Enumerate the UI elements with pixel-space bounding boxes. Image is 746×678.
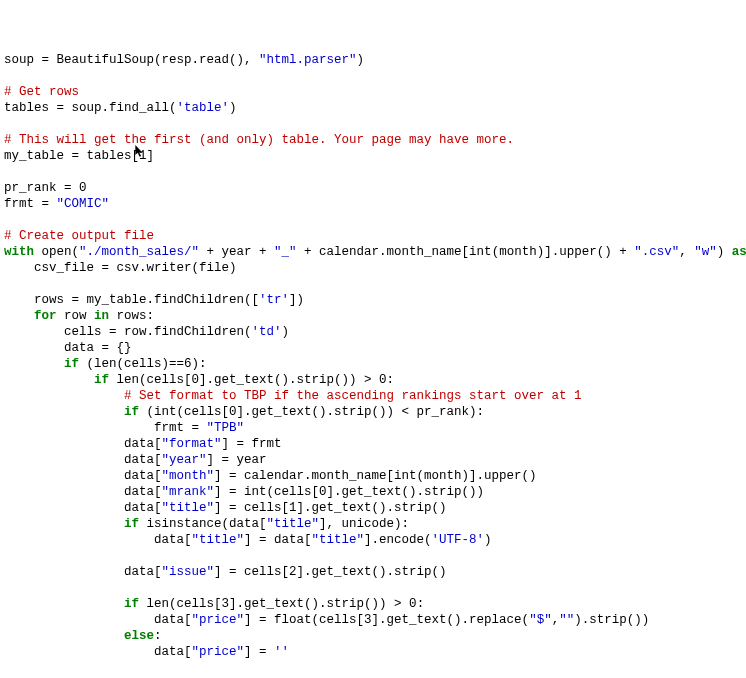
token	[4, 357, 64, 371]
token: 3	[364, 613, 372, 627]
token: "issue"	[162, 565, 215, 579]
code-line: data["year"] = year	[4, 452, 742, 468]
token: data[	[4, 453, 162, 467]
token: pr_rank =	[4, 181, 79, 195]
code-line: with open("./month_sales/" + year + "_" …	[4, 244, 742, 260]
token: data[	[4, 469, 162, 483]
token: data[	[4, 501, 162, 515]
code-line: data["mrank"] = int(cells[0].get_text().…	[4, 484, 742, 500]
token: ,	[679, 245, 694, 259]
token: )	[717, 245, 732, 259]
token: "mrank"	[162, 485, 215, 499]
token: 'td'	[252, 325, 282, 339]
token: row	[57, 309, 95, 323]
token: for	[34, 309, 57, 323]
token: len(cells[	[139, 597, 222, 611]
token: "w"	[694, 245, 717, 259]
token: ].get_text().strip()	[297, 501, 447, 515]
token: 0	[409, 597, 417, 611]
token: 'table'	[177, 101, 230, 115]
token: )	[282, 325, 290, 339]
token: frmt =	[4, 197, 57, 211]
token	[4, 389, 124, 403]
code-block: soup = BeautifulSoup(resp.read(), "html.…	[4, 52, 742, 678]
token: # Get rows	[4, 85, 79, 99]
token: ].encode(	[364, 533, 432, 547]
token: as	[732, 245, 746, 259]
token: ].get_text().replace(	[372, 613, 530, 627]
code-line: if isinstance(data["title"], unicode):	[4, 516, 742, 532]
token: "_"	[274, 245, 297, 259]
token: len(cells[	[109, 373, 192, 387]
code-line	[4, 212, 742, 228]
token: ].get_text().strip()) < pr_rank):	[237, 405, 485, 419]
token: open(	[34, 245, 79, 259]
token: 0	[79, 181, 87, 195]
code-line: # Set format to TBP if the ascending ran…	[4, 388, 742, 404]
code-line: my_table = tables[1]	[4, 148, 742, 164]
token: ).strip())	[574, 613, 649, 627]
token: ].get_text().strip()) >	[229, 597, 409, 611]
token: (int(cells[	[139, 405, 229, 419]
token: soup = BeautifulSoup(resp.read(),	[4, 53, 259, 67]
token	[4, 405, 124, 419]
code-line: cells = row.findChildren('td')	[4, 324, 742, 340]
token	[4, 517, 124, 531]
code-line: data["format"] = frmt	[4, 436, 742, 452]
token: ] =	[244, 645, 274, 659]
token: 0	[319, 485, 327, 499]
code-line: data["month"] = calendar.month_name[int(…	[4, 468, 742, 484]
token: "$"	[529, 613, 552, 627]
token: "month"	[162, 469, 215, 483]
token: else	[124, 629, 154, 643]
code-line: for row in rows:	[4, 308, 742, 324]
code-line: # This will get the first (and only) tab…	[4, 132, 742, 148]
token: "COMIC"	[57, 197, 110, 211]
code-line: data["price"] = float(cells[3].get_text(…	[4, 612, 742, 628]
token: rows:	[109, 309, 154, 323]
token	[4, 629, 124, 643]
token: ] = float(cells[	[244, 613, 364, 627]
token: tables = soup.find_all(	[4, 101, 177, 115]
code-line: if len(cells[3].get_text().strip()) > 0:	[4, 596, 742, 612]
token: "TPB"	[207, 421, 245, 435]
token: "title"	[162, 501, 215, 515]
token: ".csv"	[634, 245, 679, 259]
token: "price"	[192, 613, 245, 627]
token: "title"	[312, 533, 365, 547]
code-line: tables = soup.find_all('table')	[4, 100, 742, 116]
token: "year"	[162, 453, 207, 467]
code-line	[4, 164, 742, 180]
token: :	[154, 629, 162, 643]
code-line: if (int(cells[0].get_text().strip()) < p…	[4, 404, 742, 420]
token: in	[94, 309, 109, 323]
code-line: pr_rank = 0	[4, 180, 742, 196]
token: # This will get the first (and only) tab…	[4, 133, 514, 147]
token: )	[229, 101, 237, 115]
token: )	[484, 533, 492, 547]
token: data[	[4, 565, 162, 579]
token: # Set format to TBP if the ascending ran…	[124, 389, 582, 403]
code-line: data["price"] = ''	[4, 644, 742, 660]
token: ] = data[	[244, 533, 312, 547]
code-line	[4, 660, 742, 676]
code-line: data["title"] = data["title"].encode('UT…	[4, 532, 742, 548]
token: )	[357, 53, 365, 67]
code-line: # Get rows	[4, 84, 742, 100]
code-line: # Create output file	[4, 228, 742, 244]
code-line: if len(cells[0].get_text().strip()) > 0:	[4, 372, 742, 388]
token: "./month_sales/"	[79, 245, 199, 259]
token: if	[94, 373, 109, 387]
token: # Create output file	[4, 229, 154, 243]
token: "title"	[267, 517, 320, 531]
token	[4, 309, 34, 323]
code-line	[4, 580, 742, 596]
token: if	[124, 405, 139, 419]
token: if	[64, 357, 79, 371]
token: ] = cells[	[214, 565, 289, 579]
code-line: data = {}	[4, 340, 742, 356]
token: ].get_text().strip()) >	[199, 373, 379, 387]
token: ]	[147, 149, 155, 163]
token: if	[124, 597, 139, 611]
token: with	[4, 245, 34, 259]
